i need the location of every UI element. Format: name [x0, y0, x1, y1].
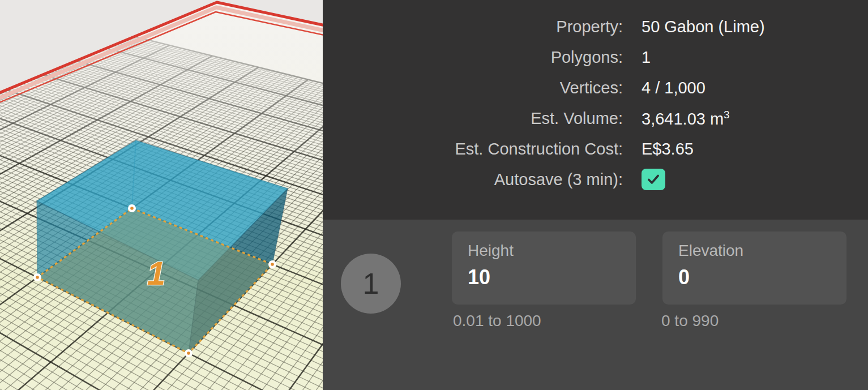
- est-volume-exponent: 3: [724, 109, 730, 121]
- est-volume-label: Est. Volume:: [323, 109, 623, 128]
- est-cost-value: E$3.65: [642, 140, 694, 158]
- app-window: 1 Property: 50 Gabon (Lime) Polygons: 1 …: [0, 0, 868, 390]
- polygons-value: 1: [642, 48, 651, 67]
- polygon-controls-panel: 1 Height 10 0.01 to 1000 Elevation 0 0 t…: [323, 220, 868, 390]
- polygon-number-label: 1: [147, 255, 165, 292]
- height-range-hint: 0.01 to 1000: [453, 312, 541, 330]
- stat-row-vertices: Vertices: 4 / 1,000: [323, 72, 868, 103]
- vertex-handle[interactable]: [33, 273, 41, 281]
- property-value: 50 Gabon (Lime): [642, 18, 765, 36]
- property-stats-panel: Property: 50 Gabon (Lime) Polygons: 1 Ve…: [323, 0, 868, 220]
- stat-row-autosave: Autosave (3 min):: [323, 164, 868, 195]
- height-field-value: 10: [468, 265, 636, 289]
- stat-row-est-volume: Est. Volume: 3,641.03 m3: [323, 103, 868, 134]
- est-volume-number: 3,641.03 m: [642, 109, 724, 127]
- side-panel: Property: 50 Gabon (Lime) Polygons: 1 Ve…: [323, 0, 868, 390]
- elevation-field-value: 0: [678, 265, 846, 289]
- vertex-handle[interactable]: [128, 204, 136, 212]
- height-field-label: Height: [468, 242, 636, 260]
- checkmark-icon: [645, 172, 661, 187]
- 3d-viewport[interactable]: 1: [0, 0, 323, 390]
- vertices-label: Vertices:: [323, 79, 623, 97]
- est-volume-value: 3,641.03 m3: [642, 109, 730, 128]
- height-field[interactable]: Height 10: [452, 232, 636, 305]
- autosave-checkbox[interactable]: [642, 169, 665, 190]
- stat-row-property: Property: 50 Gabon (Lime): [323, 11, 868, 42]
- vertices-value: 4 / 1,000: [642, 79, 705, 97]
- polygons-label: Polygons:: [323, 48, 623, 67]
- stat-row-est-cost: Est. Construction Cost: E$3.65: [323, 134, 868, 164]
- vertex-handle[interactable]: [185, 349, 193, 357]
- elevation-field-label: Elevation: [678, 242, 846, 260]
- vertex-handle[interactable]: [268, 260, 276, 268]
- property-label: Property:: [323, 18, 623, 36]
- elevation-field[interactable]: Elevation 0: [662, 232, 846, 305]
- est-cost-label: Est. Construction Cost:: [323, 140, 623, 158]
- autosave-label: Autosave (3 min):: [323, 170, 623, 189]
- polygon-group-badge[interactable]: 1: [341, 254, 401, 314]
- elevation-range-hint: 0 to 990: [661, 312, 719, 330]
- stat-row-polygons: Polygons: 1: [323, 42, 868, 72]
